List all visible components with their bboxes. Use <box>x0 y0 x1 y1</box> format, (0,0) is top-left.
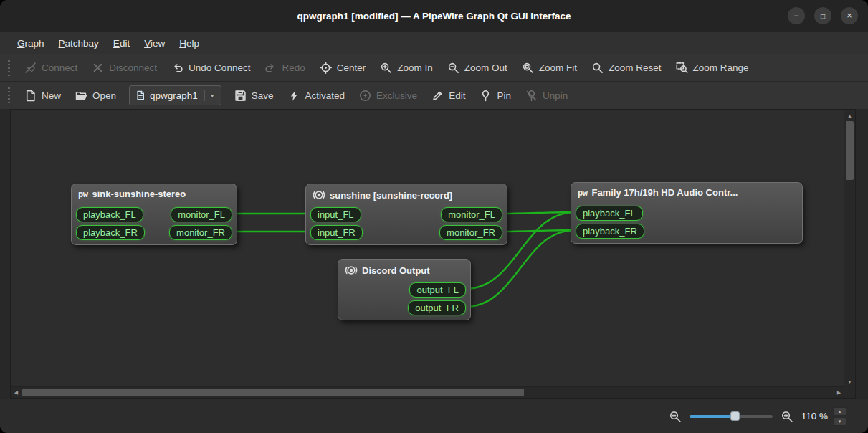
zoom-range-icon <box>676 62 688 74</box>
vertical-scrollbar[interactable]: ▲ ▼ <box>844 110 855 387</box>
scroll-left-icon[interactable]: ◀ <box>11 387 22 398</box>
node-sunshine[interactable]: sunshine [sunshine-record] input_FL inpu… <box>305 184 507 245</box>
spin-buttons: ▲ ▼ <box>833 407 846 426</box>
scroll-up-icon[interactable]: ▲ <box>844 110 855 120</box>
zoom-out-icon <box>669 410 682 423</box>
port-monitor-fr[interactable]: monitor_FR <box>439 225 502 240</box>
patchbay-file-icon <box>135 90 146 100</box>
close-button[interactable]: × <box>841 7 858 24</box>
menu-bar: Graph Patchbay Edit View Help <box>0 32 868 54</box>
toolbar-drag-handle[interactable] <box>8 87 10 103</box>
edit-pencil-icon <box>431 90 444 102</box>
menu-patchbay[interactable]: Patchbay <box>52 34 106 52</box>
pin-button[interactable]: Pin <box>472 82 518 109</box>
open-folder-icon <box>75 90 87 102</box>
window-controls: − □ × <box>788 7 858 24</box>
node-discord-output[interactable]: Discord Output output_FL output_FR <box>338 259 471 320</box>
app-window: qpwgraph1 [modified] — A PipeWire Graph … <box>0 0 868 433</box>
scrollbar-corner <box>844 387 855 398</box>
zoom-slider-handle[interactable] <box>730 411 740 421</box>
unpin-button[interactable]: Unpin <box>518 82 575 109</box>
menu-help[interactable]: Help <box>172 34 206 52</box>
window-title: qpwgraph1 [modified] — A PipeWire Graph … <box>297 11 571 22</box>
graph-toolbar: Connect Disconnect Undo Connect Redo Cen… <box>0 54 868 81</box>
spin-up-icon[interactable]: ▲ <box>833 407 846 416</box>
disconnect-icon <box>92 62 104 74</box>
zoom-fit-icon <box>522 62 534 74</box>
port-input-fr[interactable]: input_FR <box>310 225 363 240</box>
patchbay-profile-combo[interactable]: qpwgraph1 ▼ <box>129 85 221 105</box>
port-playback-fr[interactable]: playback_FR <box>76 225 145 240</box>
port-monitor-fl[interactable]: monitor_FL <box>171 207 232 222</box>
spin-down-icon[interactable]: ▼ <box>833 417 846 426</box>
save-button[interactable]: Save <box>227 82 281 109</box>
pin-icon <box>480 90 492 102</box>
connect-icon <box>24 62 37 74</box>
graph-view[interactable]: pw sink-sunshine-stereo playback_FL play… <box>11 110 844 387</box>
patchbay-profile-value: qpwgraph1 <box>150 90 198 101</box>
scroll-down-icon[interactable]: ▼ <box>844 376 855 386</box>
zoom-out-icon <box>447 62 459 74</box>
port-monitor-fl[interactable]: monitor_FL <box>441 207 502 222</box>
new-button[interactable]: New <box>17 82 68 109</box>
port-output-fr[interactable]: output_FR <box>408 300 466 315</box>
pipewire-icon: pw <box>78 189 87 199</box>
redo-button[interactable]: Redo <box>257 54 312 81</box>
activated-bolt-icon <box>288 90 300 102</box>
minimize-button[interactable]: − <box>788 7 805 24</box>
dropdown-arrow-icon[interactable]: ▼ <box>204 90 215 101</box>
zoom-fit-button[interactable]: Zoom Fit <box>515 54 584 81</box>
undo-connect-button[interactable]: Undo Connect <box>164 54 257 81</box>
zoom-in-icon <box>781 410 793 423</box>
audio-app-icon <box>313 189 325 201</box>
port-monitor-fr[interactable]: monitor_FR <box>169 225 232 240</box>
scroll-right-icon[interactable]: ▶ <box>834 387 844 398</box>
zoom-in-icon <box>380 62 392 74</box>
port-output-fl[interactable]: output_FL <box>409 282 466 298</box>
vertical-scrollbar-thumb[interactable] <box>846 121 854 180</box>
menu-graph[interactable]: Graph <box>10 34 52 52</box>
title-bar: qpwgraph1 [modified] — A PipeWire Graph … <box>0 0 868 32</box>
edit-toggle[interactable]: Edit <box>424 82 472 109</box>
zoom-slider-fill <box>690 415 735 418</box>
patchbay-toolbar: New Open qpwgraph1 ▼ Save Activated Excl… <box>0 81 868 109</box>
node-header: Discord Output <box>338 260 470 279</box>
audio-app-icon <box>345 264 358 277</box>
port-playback-fr[interactable]: playback_FR <box>576 224 644 239</box>
central-area: pw sink-sunshine-stereo playback_FL play… <box>0 109 868 399</box>
port-input-fl[interactable]: input_FL <box>310 207 361 222</box>
zoom-in-button[interactable]: Zoom In <box>373 54 440 81</box>
zoom-reset-icon <box>591 62 604 74</box>
activated-toggle[interactable]: Activated <box>281 82 353 109</box>
open-button[interactable]: Open <box>68 82 123 109</box>
zoom-value[interactable]: 110 % <box>801 411 828 422</box>
horizontal-scrollbar-thumb[interactable] <box>22 389 524 396</box>
unpin-icon <box>525 90 538 102</box>
menu-edit[interactable]: Edit <box>106 34 137 52</box>
zoom-slider[interactable] <box>690 410 773 422</box>
port-playback-fl[interactable]: playback_FL <box>76 207 143 222</box>
zoom-out-button[interactable]: Zoom Out <box>440 54 515 81</box>
center-button[interactable]: Center <box>313 54 373 81</box>
new-file-icon <box>24 90 37 102</box>
zoom-range-button[interactable]: Zoom Range <box>669 54 756 81</box>
disconnect-button[interactable]: Disconnect <box>85 54 164 81</box>
save-icon <box>234 90 247 102</box>
zoom-reset-button[interactable]: Zoom Reset <box>584 54 669 81</box>
zoom-spinbox[interactable]: 110 % ▲ ▼ <box>801 407 846 426</box>
node-header: pw sink-sunshine-stereo <box>72 184 237 201</box>
maximize-button[interactable]: □ <box>814 7 831 24</box>
connect-button[interactable]: Connect <box>17 54 85 81</box>
pipewire-icon: pw <box>578 188 587 198</box>
node-family-hd-audio[interactable]: pw Family 17h/19h HD Audio Contr... play… <box>571 182 803 244</box>
graph-canvas[interactable]: pw sink-sunshine-stereo playback_FL play… <box>10 109 856 399</box>
port-playback-fl[interactable]: playback_FL <box>576 206 643 221</box>
node-header: pw Family 17h/19h HD Audio Contr... <box>571 183 802 200</box>
center-icon <box>320 62 332 74</box>
toolbar-drag-handle[interactable] <box>8 60 10 76</box>
horizontal-scrollbar[interactable]: ◀ ▶ <box>11 386 844 398</box>
undo-icon <box>171 62 183 74</box>
menu-view[interactable]: View <box>137 34 172 52</box>
exclusive-toggle[interactable]: Exclusive <box>352 82 424 109</box>
node-sink-sunshine-stereo[interactable]: pw sink-sunshine-stereo playback_FL play… <box>71 184 237 245</box>
